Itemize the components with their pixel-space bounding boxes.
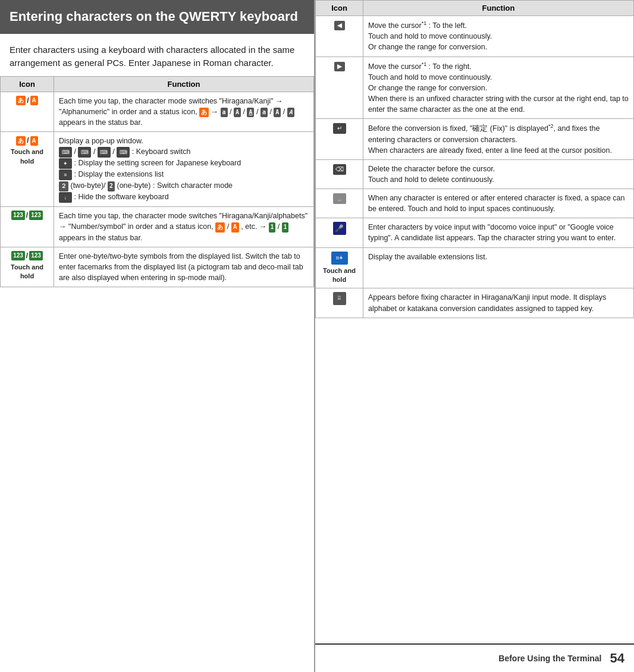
icon-block-3: 123 / 123: [5, 211, 49, 221]
intro-text: Enter characters using a keyboard with c…: [10, 45, 294, 68]
left-table-header-icon: Icon: [1, 76, 54, 92]
icon-cell-3: 123 / 123: [1, 206, 54, 247]
table-row: ⎵ When any character is entered or after…: [316, 189, 634, 218]
table-row: ⠿ Appears before fixing character in Hir…: [316, 288, 634, 318]
num-icon-1: 123: [11, 211, 25, 220]
conversion-icon: ⠿: [333, 292, 346, 305]
function-cell-4: Enter one-byte/two-byte symbols from the…: [54, 247, 314, 287]
table-row: ▶ Move the cursor*1 : To the right. Touc…: [316, 56, 634, 119]
right-icon-cell-5: ⎵: [316, 189, 363, 218]
icon-cell-2: あ / A Touch and hold: [1, 132, 54, 207]
hide-kb-icon: ↓: [59, 192, 72, 203]
right-icon-cell-4: ⌫: [316, 159, 363, 189]
intro-paragraph: Enter characters using a keyboard with c…: [0, 34, 314, 76]
icon-block-4: 123 / 123 Touch and hold: [5, 251, 49, 281]
num-icon-2: 123: [29, 211, 43, 220]
one-byte-icon: 2: [108, 181, 115, 191]
right-table: Icon Function ◀ Move the cursor*1 : To t…: [315, 0, 634, 318]
left-table-header-function: Function: [54, 76, 314, 92]
alpha-icon: A: [30, 96, 38, 105]
right-icon-cell-1: ◀: [316, 16, 363, 57]
right-icon-cell-7: ≡+ Touch and hold: [316, 247, 363, 288]
icon-imgs-3: 123 / 123: [11, 211, 43, 221]
extensions-icon: ≡+: [331, 252, 348, 265]
table-row: 123 / 123 Each time you tap, the charact…: [1, 206, 314, 247]
footer-title: Before Using the Terminal: [498, 654, 601, 663]
icon-cell-4: 123 / 123 Touch and hold: [1, 247, 54, 287]
right-function-cell-1: Move the cursor*1 : To the left. Touch a…: [363, 16, 634, 57]
left-table: Icon Function あ / A Each time yo: [0, 76, 314, 288]
function-cell-2: Display a pop-up window. ⌨ / ⌨ / ⌨ / ⌨ :…: [54, 132, 314, 207]
delete-icon: ⌫: [333, 164, 346, 175]
right-icon-cell-2: ▶: [316, 56, 363, 119]
icon-imgs-2: あ / A: [16, 136, 38, 146]
right-function-cell-4: Delete the character before the cursor. …: [363, 159, 634, 189]
alpha-icon-2: A: [30, 136, 38, 146]
kb-switch-icon3: ⌨: [98, 147, 111, 158]
kb-switch-icon2: ⌨: [78, 147, 91, 158]
mic-icon: 🎤: [333, 222, 346, 235]
right-function-cell-8: Appears before fixing character in Hirag…: [363, 288, 634, 318]
icon-block-1: あ / A: [5, 96, 49, 106]
right-icon-cell-6: 🎤: [316, 218, 363, 247]
right-function-cell-3: Before the conversion is fixed, "確定 (Fix…: [363, 119, 634, 160]
kana-icon-2: あ: [16, 136, 26, 146]
kb-switch-icon1: ⌨: [59, 147, 72, 158]
touch-hold-label-2: Touch and hold: [5, 263, 49, 281]
function-cell-1: Each time you tap, the character mode sw…: [54, 92, 314, 132]
right-icon-cell-3: ↵: [316, 119, 363, 160]
right-panel: Icon Function ◀ Move the cursor*1 : To t…: [315, 0, 634, 672]
ext-list-icon: ≡: [59, 169, 72, 180]
kb-switch-icon4: ⌨: [117, 147, 130, 158]
header-title: Entering characters on the QWERTY keyboa…: [10, 9, 298, 24]
table-row: ↵ Before the conversion is fixed, "確定 (F…: [316, 119, 634, 160]
right-function-cell-7: Display the available extensions list.: [363, 247, 634, 288]
icon-imgs-4: 123 / 123: [11, 251, 43, 261]
setting-icon: ✦: [59, 158, 72, 169]
right-arrow-icon: ▶: [334, 62, 345, 71]
right-function-cell-5: When any character is entered or after e…: [363, 189, 634, 218]
icon-block-2: あ / A Touch and hold: [5, 136, 49, 166]
footer-page: 54: [610, 651, 624, 666]
touch-hold-label-3: Touch and hold: [321, 266, 358, 285]
table-row: ◀ Move the cursor*1 : To the left. Touch…: [316, 16, 634, 57]
right-function-cell-6: Enter characters by voice input with "do…: [363, 218, 634, 247]
table-row: ≡+ Touch and hold Display the available …: [316, 247, 634, 288]
ext-icon-block: ≡+ Touch and hold: [321, 252, 358, 285]
two-byte-icon: ２: [59, 181, 68, 191]
right-table-header-icon: Icon: [316, 1, 363, 16]
kana-icon: あ: [16, 96, 26, 105]
space-icon: ⎵: [333, 193, 346, 204]
icon-imgs-1: あ / A: [16, 96, 38, 106]
num-hold-icon-2: 123: [29, 251, 43, 260]
table-row: あ / A Each time you tap, the character m…: [1, 92, 314, 132]
right-function-cell-2: Move the cursor*1 : To the right. Touch …: [363, 56, 634, 119]
table-row: ⌫ Delete the character before the cursor…: [316, 159, 634, 189]
left-panel: Entering characters on the QWERTY keyboa…: [0, 0, 315, 672]
num-hold-icon-1: 123: [11, 251, 25, 260]
right-icon-cell-8: ⠿: [316, 288, 363, 318]
page-header: Entering characters on the QWERTY keyboa…: [0, 0, 314, 34]
table-row: あ / A Touch and hold Display a pop-up wi…: [1, 132, 314, 207]
icon-cell-1: あ / A: [1, 92, 54, 132]
footer-bar: Before Using the Terminal 54: [315, 643, 634, 672]
enter-icon: ↵: [333, 123, 346, 134]
touch-hold-label-1: Touch and hold: [5, 147, 49, 166]
left-arrow-icon: ◀: [334, 21, 345, 30]
function-cell-3: Each time you tap, the character mode sw…: [54, 206, 314, 247]
right-table-header-function: Function: [363, 1, 634, 16]
table-row: 🎤 Enter characters by voice input with "…: [316, 218, 634, 247]
table-row: 123 / 123 Touch and hold Enter one-byte/…: [1, 247, 314, 287]
